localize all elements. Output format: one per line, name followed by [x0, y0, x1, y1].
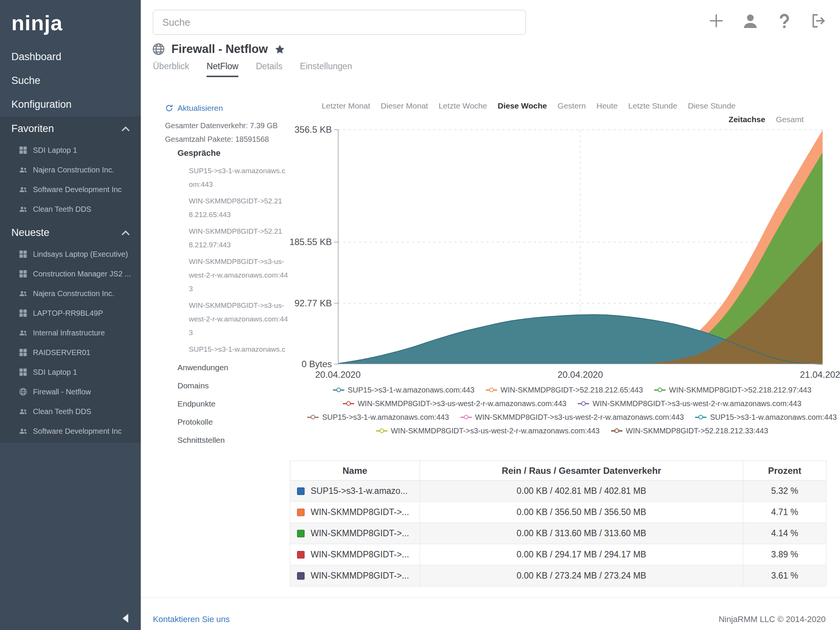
time-filter-letzter-monat[interactable]: Letzter Monat: [322, 101, 370, 110]
series-color-swatch: [297, 509, 305, 516]
legend-item-win-skmmdp8gidt-s3-us-west-2-r-w-amazonaws-com-4[interactable]: WIN-SKMMDP8GIDT->s3-us-west-2-r-w.amazon…: [461, 413, 684, 422]
favorite-star-icon[interactable]: [274, 44, 285, 55]
contact-link[interactable]: Kontaktieren Sie uns: [153, 614, 230, 624]
refresh-label: Aktualisieren: [177, 104, 223, 113]
sidebar-item-raidserver01[interactable]: RAIDSERVER01: [0, 343, 141, 362]
time-filter-letzte-woche[interactable]: Letzte Woche: [439, 101, 487, 110]
tab-netflow[interactable]: NetFlow: [207, 61, 238, 77]
sidebar-item-label: LAPTOP-RR9BL49P: [33, 308, 103, 318]
view-mode-zeitachse[interactable]: Zeitachse: [729, 115, 766, 124]
sidebar-item-internal-infrastructure[interactable]: Internal Infrastructure: [0, 323, 141, 343]
table-row[interactable]: WIN-SKMMDP8GIDT->... 0.00 KB / 294.17 MB…: [290, 544, 826, 565]
legend-item-win-skmmdp8gidt-52-218-212-33-443[interactable]: WIN-SKMMDP8GIDT->52.218.212.33:443: [611, 427, 768, 435]
sidebar-item-software-development-inc[interactable]: Software Development Inc: [0, 421, 141, 441]
sidebar-item-konfiguration[interactable]: Konfiguration: [0, 93, 141, 117]
sidebar-item-najera-construction-inc[interactable]: Najera Construction Inc.: [0, 160, 141, 180]
favoriten-items: SDI Laptop 1 Najera Construction Inc. So…: [0, 140, 141, 220]
sidebar-item-firewall-netflow[interactable]: Firewall - Netflow: [0, 382, 141, 402]
devices-icon: [19, 146, 27, 154]
tab-details[interactable]: Details: [256, 61, 282, 77]
sidebar-item-label: Software Development Inc: [33, 426, 122, 436]
sidebar-item-label: Clean Teeth DDS: [33, 406, 91, 416]
legend-marker-icon: [307, 414, 319, 421]
col-header-percent[interactable]: Prozent: [743, 461, 826, 480]
sidebar-item-clean-teeth-dds[interactable]: Clean Teeth DDS: [0, 402, 141, 421]
legend-label: WIN-SKMMDP8GIDT->s3-us-west-2-r-w.amazon…: [475, 413, 684, 422]
y-axis-label: 0 Bytes: [273, 359, 332, 370]
add-icon[interactable]: [708, 13, 724, 29]
sidebar-item-label: Construction Manager JS2 ...: [33, 269, 131, 279]
users-icon: [19, 407, 27, 416]
table-row[interactable]: SUP15->s3-1-w.amazo... 0.00 KB / 402.81 …: [290, 480, 826, 502]
legend-marker-icon: [486, 387, 497, 393]
total-traffic: Gesamter Datenverkehr: 7.39 GB: [165, 119, 278, 132]
page-title: Firewall - Netflow: [171, 43, 268, 56]
legend-label: SUP15->s3-1-w.amazonaws.com:443: [710, 413, 837, 422]
x-axis-label: 20.04.2020: [315, 369, 361, 380]
series-color-swatch: [297, 551, 305, 559]
chevron-up-icon: [121, 126, 130, 132]
table-row[interactable]: WIN-SKMMDP8GIDT->... 0.00 KB / 273.24 MB…: [290, 565, 826, 586]
sidebar-item-suche[interactable]: Suche: [0, 69, 141, 93]
users-icon: [19, 427, 27, 435]
search-input[interactable]: [153, 10, 526, 35]
percent-value: 3.61 %: [743, 565, 826, 586]
legend-item-win-skmmdp8gidt-s3-us-west-2-r-w-amazonaws-com-4[interactable]: WIN-SKMMDP8GIDT->s3-us-west-2-r-w.amazon…: [578, 399, 801, 408]
sidebar-collapse-button[interactable]: [119, 612, 132, 625]
sidebar-item-najera-construction-inc[interactable]: Najera Construction Inc.: [0, 284, 141, 303]
sidebar-item-laptop-rr9bl49p[interactable]: LAPTOP-RR9BL49P: [0, 303, 141, 323]
tab-überblick[interactable]: Überblick: [153, 61, 189, 77]
sidebar-item-label: Lindsays Laptop (Executive): [33, 249, 128, 259]
time-filter-diese-stunde[interactable]: Diese Stunde: [688, 101, 736, 110]
ninja-logo[interactable]: ninja: [0, 0, 141, 35]
traffic-value: 0.00 KB / 356.50 MB / 356.50 MB: [420, 502, 743, 523]
devices-icon: [19, 250, 27, 258]
time-filter-gestern[interactable]: Gestern: [558, 101, 586, 110]
footer: Kontaktieren Sie uns NinjaRMM LLC © 2014…: [141, 597, 840, 630]
legend-item-sup15-s3-1-w-amazonaws-com-443[interactable]: SUP15->s3-1-w.amazonaws.com:443: [307, 413, 449, 422]
sidebar-item-label: Najera Construction Inc.: [33, 288, 114, 298]
legend-item-sup15-s3-1-w-amazonaws-com-443[interactable]: SUP15->s3-1-w.amazonaws.com:443: [695, 413, 837, 422]
col-header-traffic[interactable]: Rein / Raus / Gesamter Datenverkehr: [420, 461, 743, 480]
category-protokolle[interactable]: Protokolle: [177, 413, 295, 431]
user-icon[interactable]: [742, 13, 758, 29]
time-filter-dieser-monat[interactable]: Dieser Monat: [381, 101, 428, 110]
legend-marker-icon: [376, 428, 387, 434]
legend-label: WIN-SKMMDP8GIDT->s3-us-west-2-r-w.amazon…: [592, 399, 801, 408]
time-filter-heute[interactable]: Heute: [596, 101, 617, 110]
legend-item-win-skmmdp8gidt-52-218-212-97-443[interactable]: WIN-SKMMDP8GIDT->52.218.212.97:443: [654, 386, 811, 394]
legend-item-win-skmmdp8gidt-52-218-212-65-443[interactable]: WIN-SKMMDP8GIDT->52.218.212.65:443: [486, 386, 643, 394]
sidebar-item-sdi-laptop-1[interactable]: SDI Laptop 1: [0, 362, 141, 382]
series-name: SUP15->s3-1-w.amazo...: [311, 486, 407, 496]
sidebar-item-label: SDI Laptop 1: [33, 145, 77, 155]
sidebar-group-header-neueste[interactable]: Neueste: [0, 220, 141, 244]
legend-marker-icon: [461, 414, 472, 421]
legend-label: SUP15->s3-1-w.amazonaws.com:443: [348, 386, 474, 394]
sidebar-item-lindsays-laptop-executive[interactable]: Lindsays Laptop (Executive): [0, 244, 141, 264]
legend-marker-icon: [611, 428, 622, 434]
table-row[interactable]: WIN-SKMMDP8GIDT->... 0.00 KB / 313.60 MB…: [290, 523, 826, 544]
category-schnittstellen[interactable]: Schnittstellen: [177, 431, 295, 449]
col-header-name[interactable]: Name: [290, 461, 420, 480]
sidebar-item-dashboard[interactable]: Dashboard: [0, 45, 141, 69]
group-label-favoriten: Favoriten: [11, 123, 54, 135]
time-filter-diese-woche[interactable]: Diese Woche: [497, 101, 547, 110]
legend-item-win-skmmdp8gidt-s3-us-west-2-r-w-amazonaws-com-4[interactable]: WIN-SKMMDP8GIDT->s3-us-west-2-r-w.amazon…: [376, 427, 600, 435]
sidebar-group-header-favoriten[interactable]: Favoriten: [0, 117, 141, 140]
users-icon: [19, 165, 27, 174]
refresh-button[interactable]: Aktualisieren: [165, 104, 223, 113]
sidebar-item-clean-teeth-dds[interactable]: Clean Teeth DDS: [0, 199, 141, 219]
legend-item-sup15-s3-1-w-amazonaws-com-443[interactable]: SUP15->s3-1-w.amazonaws.com:443: [333, 386, 474, 394]
sidebar-item-sdi-laptop-1[interactable]: SDI Laptop 1: [0, 140, 141, 160]
tab-einstellungen[interactable]: Einstellungen: [300, 61, 352, 77]
sidebar-item-software-development-inc[interactable]: Software Development Inc: [0, 180, 141, 199]
category-endpunkte[interactable]: Endpunkte: [177, 395, 295, 413]
chart-plot-area[interactable]: [338, 130, 823, 364]
logout-icon[interactable]: [810, 13, 826, 29]
help-icon[interactable]: [777, 13, 792, 29]
sidebar-item-construction-manager-js2[interactable]: Construction Manager JS2 ...: [0, 264, 141, 284]
table-row[interactable]: WIN-SKMMDP8GIDT->... 0.00 KB / 356.50 MB…: [290, 502, 826, 523]
legend-item-win-skmmdp8gidt-s3-us-west-2-r-w-amazonaws-com-4[interactable]: WIN-SKMMDP8GIDT->s3-us-west-2-r-w.amazon…: [343, 399, 567, 408]
time-filter-letzte-stunde[interactable]: Letzte Stunde: [628, 101, 677, 110]
view-mode-gesamt[interactable]: Gesamt: [776, 115, 804, 124]
